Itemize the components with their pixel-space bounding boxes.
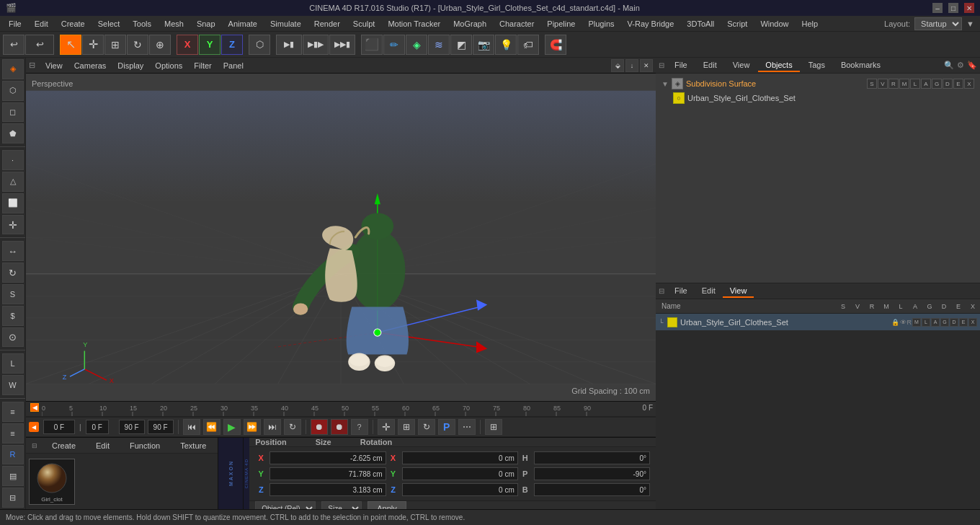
menu-pipeline[interactable]: Pipeline xyxy=(541,18,581,30)
object-cube-button[interactable]: ⬛ xyxy=(361,35,383,55)
knife-tool-button[interactable]: $ xyxy=(2,306,24,326)
floor-button[interactable]: ▤ xyxy=(2,466,24,486)
render-all-button[interactable]: ▶▶▮ xyxy=(329,35,355,55)
obj-v-flag[interactable]: V xyxy=(878,79,888,89)
current-frame-input[interactable] xyxy=(43,420,75,434)
snap-button[interactable]: 🧲 xyxy=(545,35,566,55)
point-mode-button[interactable]: · xyxy=(2,150,24,170)
poly-mode-button[interactable]: ⬟ xyxy=(2,123,24,144)
obj-r-flag[interactable]: R xyxy=(888,79,899,89)
y-size-input[interactable] xyxy=(402,467,518,480)
next-frame-button[interactable]: ⏩ xyxy=(244,419,261,435)
close-button[interactable]: ✕ xyxy=(964,3,974,13)
move-tool-button[interactable]: ✛ xyxy=(2,215,24,235)
axis-y-button[interactable]: Y xyxy=(199,35,220,55)
axis-x-button[interactable]: X xyxy=(177,35,198,55)
minimize-button[interactable]: – xyxy=(932,3,943,13)
material-texture-tab[interactable]: Texture xyxy=(174,440,212,451)
universal-mode-button[interactable]: ⊕ xyxy=(149,35,171,55)
material-function-tab[interactable]: Function xyxy=(124,440,166,451)
model-mode-button[interactable]: ◈ xyxy=(2,59,24,79)
object-light-button[interactable]: 💡 xyxy=(495,35,517,55)
menu-file[interactable]: File xyxy=(3,18,27,30)
loop-button[interactable]: ↻ xyxy=(284,419,301,435)
poly-select-button[interactable]: ⬜ xyxy=(2,193,24,213)
object-nurbs-button[interactable]: ◈ xyxy=(406,35,427,55)
z-size-input[interactable] xyxy=(402,483,518,496)
record-button[interactable]: ⏺ xyxy=(311,419,328,435)
viewport-maximize[interactable]: ⬙ xyxy=(611,59,624,72)
maximize-button[interactable]: □ xyxy=(948,3,958,13)
objects-tags-tab[interactable]: Tags xyxy=(801,59,832,72)
attr-edit-tab[interactable]: Edit xyxy=(695,285,723,297)
menu-vray[interactable]: V-Ray Bridge xyxy=(622,18,680,30)
menu-mesh[interactable]: Mesh xyxy=(159,18,190,30)
x-size-input[interactable] xyxy=(402,451,518,464)
attr-urban-girl-row[interactable]: └ Urban_Style_Girl_Clothes_Set 🔒 👁 R M L… xyxy=(656,314,980,331)
layer-button[interactable]: ≡ xyxy=(2,402,24,422)
y-pos-input[interactable] xyxy=(270,467,386,480)
objects-search-icon[interactable]: 🔍 xyxy=(944,61,954,70)
scale-mode-button[interactable]: ⊞ xyxy=(104,35,126,55)
material-edit-tab[interactable]: Edit xyxy=(90,440,115,451)
menu-animate[interactable]: Animate xyxy=(223,18,263,30)
menu-character[interactable]: Character xyxy=(494,18,540,30)
auto-record-button[interactable]: ? xyxy=(351,419,368,435)
viewport-display-menu[interactable]: Display xyxy=(113,60,148,71)
dope-sheet-button[interactable]: ⊞ xyxy=(485,419,502,435)
menu-help[interactable]: Help xyxy=(796,18,824,30)
object-scene-button[interactable]: ◩ xyxy=(450,35,472,55)
menu-sculpt[interactable]: Sculpt xyxy=(347,18,381,30)
viewport-view-menu[interactable]: View xyxy=(41,60,67,71)
obj-d-flag[interactable]: D xyxy=(943,79,953,89)
objects-objects-tab[interactable]: Objects xyxy=(758,59,799,72)
coordinate-system-button[interactable]: ⬡ xyxy=(249,35,270,55)
x-pos-input[interactable] xyxy=(270,451,386,464)
texture-mode-button[interactable]: ⬡ xyxy=(2,81,24,101)
menu-mograph[interactable]: MoGraph xyxy=(447,18,492,30)
edge-mode-button[interactable]: ◻ xyxy=(2,102,24,123)
rotate-tool-button[interactable]: ↻ xyxy=(2,262,24,283)
keyframe-input[interactable] xyxy=(148,420,174,434)
end-frame-input[interactable] xyxy=(119,420,145,434)
goto-start-button[interactable]: ⏮ xyxy=(183,419,200,435)
attr-view-tab[interactable]: View xyxy=(723,285,754,298)
subdivision-surface-item[interactable]: ▼ ◈ Subdivision Surface S V R M L A G xyxy=(659,76,977,91)
object-cam-button[interactable]: 📷 xyxy=(473,35,494,55)
edge-select-button[interactable]: △ xyxy=(2,172,24,192)
attr-file-tab[interactable]: File xyxy=(667,285,695,297)
keyframe-anim-button[interactable]: ⋯ xyxy=(458,419,476,435)
obj-g-flag[interactable]: G xyxy=(932,79,942,89)
paint-tool-button[interactable]: S xyxy=(2,284,24,304)
obj-a-flag[interactable]: A xyxy=(921,79,931,89)
obj-x-flag[interactable]: X xyxy=(964,79,974,89)
menu-render[interactable]: Render xyxy=(308,18,346,30)
record-active-button[interactable]: ⏺ xyxy=(331,419,348,435)
viewport-filter-menu[interactable]: Filter xyxy=(190,60,215,71)
weight-tool-button[interactable]: W xyxy=(2,375,24,395)
axis-z-button[interactable]: Z xyxy=(221,35,243,55)
material-create-tab[interactable]: Create xyxy=(46,440,81,451)
viewport-cameras-menu[interactable]: Cameras xyxy=(70,60,111,71)
h-rot-input[interactable] xyxy=(534,451,650,464)
render-frame-button[interactable]: ▶▮▶ xyxy=(303,35,329,55)
objects-edit-tab[interactable]: Edit xyxy=(696,59,724,72)
redo-button[interactable]: ↩ xyxy=(25,35,54,55)
obj-s-flag[interactable]: S xyxy=(867,79,877,89)
menu-script[interactable]: Script xyxy=(721,18,753,30)
menu-create[interactable]: Create xyxy=(55,18,91,30)
viewport-panel-menu[interactable]: Panel xyxy=(219,60,248,71)
goto-end-button[interactable]: ⏭ xyxy=(264,419,281,435)
viewport-3d[interactable]: X Y Z Perspective Grid Spacing : 100 cm xyxy=(26,74,656,401)
object-tag-button[interactable]: 🏷 xyxy=(517,35,539,55)
start-frame-input[interactable] xyxy=(86,420,109,434)
viewport-down[interactable]: ↓ xyxy=(625,59,638,72)
play-button[interactable]: ▶ xyxy=(223,419,241,435)
obj-e-flag[interactable]: E xyxy=(953,79,963,89)
objects-settings-icon[interactable]: ⚙ xyxy=(957,61,964,70)
menu-window[interactable]: Window xyxy=(754,18,794,30)
scale-anim-button[interactable]: ⊞ xyxy=(398,419,415,435)
menu-motion-tracker[interactable]: Motion Tracker xyxy=(382,18,446,30)
menu-plugins[interactable]: Plugins xyxy=(582,18,620,30)
param-anim-button[interactable]: P xyxy=(438,419,455,435)
